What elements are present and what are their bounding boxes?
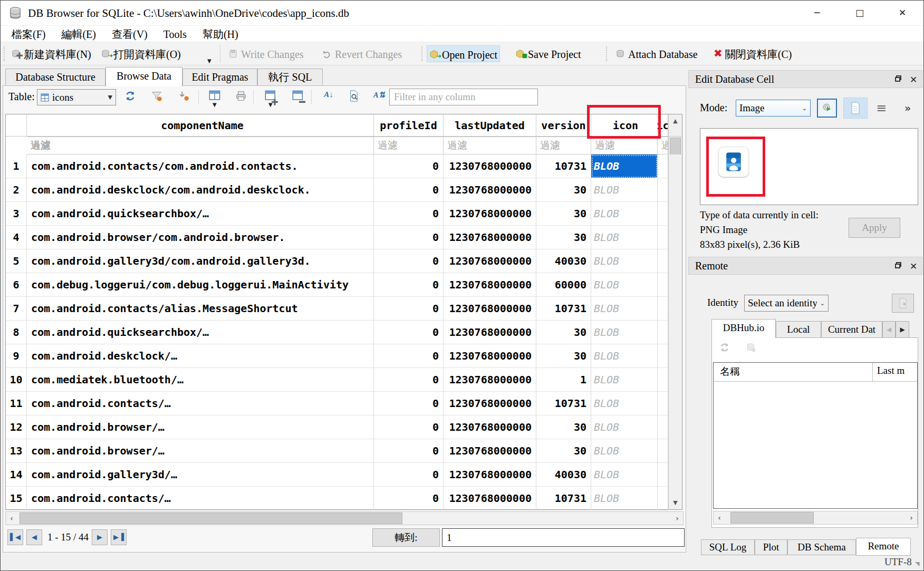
cell-lastupdated[interactable]: 1230768000000 bbox=[444, 463, 536, 487]
cell-icon-blob[interactable]: BLOB bbox=[591, 439, 658, 463]
cell-icon-blob[interactable]: BLOB bbox=[591, 415, 658, 439]
cell-profileid[interactable]: 0 bbox=[374, 392, 444, 415]
float-dock-icon[interactable] bbox=[893, 74, 904, 85]
cell-partial[interactable] bbox=[658, 321, 668, 344]
global-filter-input[interactable] bbox=[389, 89, 538, 105]
cell-icon-blob[interactable]: BLOB bbox=[591, 249, 658, 273]
close-dock-icon[interactable]: ✕ bbox=[908, 74, 919, 85]
scroll-right-icon[interactable]: › bbox=[671, 512, 683, 525]
resize-grip[interactable]: ◥ bbox=[915, 560, 920, 567]
cell-profileid[interactable]: 0 bbox=[374, 178, 444, 202]
cell-icon-blob[interactable]: BLOB bbox=[591, 321, 658, 344]
cell-profileid[interactable]: 0 bbox=[374, 487, 444, 510]
cell-partial[interactable] bbox=[658, 226, 668, 249]
previous-page-button[interactable]: ◀ bbox=[26, 529, 42, 545]
cell-componentname[interactable]: com.android.gallery3d/com.android.galler… bbox=[27, 249, 374, 273]
cell-profileid[interactable]: 0 bbox=[374, 415, 444, 439]
cell-componentname[interactable]: com.android.browser/… bbox=[27, 439, 374, 463]
cell-componentname[interactable]: com.android.contacts/… bbox=[27, 392, 374, 415]
table-row[interactable]: 2 com.android.deskclock/com.android.desk… bbox=[6, 178, 668, 202]
remote-hscrollbar-thumb[interactable] bbox=[730, 512, 814, 524]
cell-icon-blob[interactable]: BLOB bbox=[591, 178, 658, 202]
cell-lastupdated[interactable]: 1230768000000 bbox=[444, 439, 536, 463]
cell-profileid[interactable]: 0 bbox=[374, 439, 444, 463]
cell-version[interactable]: 30 bbox=[536, 226, 591, 249]
cell-profileid[interactable]: 0 bbox=[374, 368, 444, 392]
table-row[interactable]: 1 com.android.contacts/com.android.conta… bbox=[6, 154, 668, 178]
table-row[interactable]: 7 com.android.contacts/alias.MessageShor… bbox=[6, 297, 668, 321]
cell-profileid[interactable]: 0 bbox=[374, 202, 444, 226]
cell-componentname[interactable]: com.android.contacts/alias.MessageShortc… bbox=[27, 297, 374, 321]
column-header-profileid[interactable]: profileId bbox=[374, 114, 444, 137]
cell-icon-blob[interactable]: BLOB bbox=[591, 226, 658, 249]
filter-componentname[interactable]: 過濾 bbox=[27, 137, 374, 154]
cell-icon-blob[interactable]: BLOB bbox=[591, 487, 658, 510]
print-button[interactable] bbox=[234, 90, 248, 104]
dock-tab-remote[interactable]: Remote bbox=[856, 538, 911, 556]
cell-profileid[interactable]: 0 bbox=[374, 463, 444, 487]
next-page-button[interactable]: ▶ bbox=[92, 529, 108, 545]
open-database-button[interactable]: ➜ 打開資料庫(O) bbox=[99, 45, 183, 62]
table-selector[interactable]: icons ▼ bbox=[37, 89, 116, 105]
cell-version[interactable]: 30 bbox=[536, 202, 591, 226]
cell-profileid[interactable]: 0 bbox=[374, 321, 444, 344]
remote-column-name[interactable]: 名稱 bbox=[714, 363, 873, 381]
cell-icon-blob[interactable]: BLOB bbox=[591, 154, 658, 178]
cell-lastupdated[interactable]: 1230768000000 bbox=[444, 249, 536, 273]
cell-profileid[interactable]: 0 bbox=[374, 226, 444, 249]
close-database-button[interactable]: ✖ 關閉資料庫(C) bbox=[711, 45, 794, 62]
cell-partial[interactable] bbox=[658, 297, 668, 321]
cell-componentname[interactable]: com.android.quicksearchbox/… bbox=[27, 321, 374, 344]
filter-lastupdated[interactable]: 過濾 bbox=[444, 137, 536, 154]
dock-tab-sql-log[interactable]: SQL Log bbox=[701, 539, 755, 555]
sort-ascending-icon[interactable]: A↓ bbox=[322, 90, 335, 104]
table-row[interactable]: 11 com.android.contacts/… 0 123076800000… bbox=[6, 392, 668, 415]
cell-lastupdated[interactable]: 1230768000000 bbox=[444, 178, 536, 202]
cell-partial[interactable] bbox=[658, 392, 668, 415]
cell-componentname[interactable]: com.debug.loggerui/com.debug.loggerui.Ma… bbox=[27, 273, 374, 297]
minimize-button[interactable]: ─ bbox=[805, 1, 829, 25]
save-table-button[interactable]: ▼ bbox=[208, 90, 222, 104]
save-table-caret-icon[interactable]: ▼ bbox=[213, 102, 217, 108]
cell-version[interactable]: 10731 bbox=[536, 487, 591, 510]
new-database-button[interactable]: ➕ 新建資料庫(N) bbox=[9, 45, 93, 62]
cell-partial[interactable] bbox=[658, 415, 668, 439]
table-row[interactable]: 4 com.android.browser/com.android.browse… bbox=[6, 226, 668, 249]
sort-descending-icon[interactable]: A⇅ bbox=[372, 90, 386, 104]
table-row[interactable]: 5 com.android.gallery3d/com.android.gall… bbox=[6, 249, 668, 273]
cell-componentname[interactable]: com.android.contacts/… bbox=[27, 487, 374, 510]
menu-file[interactable]: 檔案(F) bbox=[5, 26, 52, 42]
cell-profileid[interactable]: 0 bbox=[374, 297, 444, 321]
cell-lastupdated[interactable]: 1230768000000 bbox=[444, 344, 536, 368]
open-database-caret-icon[interactable]: ▼ bbox=[207, 58, 211, 64]
cell-lastupdated[interactable]: 1230768000000 bbox=[444, 202, 536, 226]
tab-database-structure[interactable]: Database Structure bbox=[5, 69, 105, 86]
table-row[interactable]: 3 com.android.quicksearchbox/… 0 1230768… bbox=[6, 202, 668, 226]
cell-componentname[interactable]: com.android.quicksearchbox/… bbox=[27, 202, 374, 226]
revert-changes-button[interactable]: Revert Changes bbox=[320, 45, 404, 62]
table-row[interactable]: 10 com.mediatek.bluetooth/… 0 1230768000… bbox=[6, 368, 668, 392]
cell-lastupdated[interactable]: 1230768000000 bbox=[444, 487, 536, 510]
maximize-button[interactable]: □ bbox=[848, 1, 871, 25]
last-page-button[interactable]: ▶▐ bbox=[111, 529, 127, 545]
column-header-componentname[interactable]: componentName bbox=[27, 114, 374, 137]
cell-componentname[interactable]: com.android.browser/… bbox=[27, 415, 374, 439]
scroll-up-icon[interactable]: ▲ bbox=[669, 118, 682, 124]
attach-database-button[interactable]: Attach Database bbox=[613, 45, 700, 62]
cell-componentname[interactable]: com.android.gallery3d/… bbox=[27, 463, 374, 487]
cell-version[interactable]: 30 bbox=[536, 415, 591, 439]
cell-icon-blob[interactable]: BLOB bbox=[591, 344, 658, 368]
cell-version[interactable]: 30 bbox=[536, 344, 591, 368]
tab-scroll-right-icon[interactable]: ▶ bbox=[896, 321, 909, 338]
cell-version[interactable]: 40030 bbox=[536, 249, 591, 273]
table-row[interactable]: 9 com.android.deskclock/… 0 123076800000… bbox=[6, 344, 668, 368]
cell-partial[interactable] bbox=[658, 154, 668, 178]
cell-lastupdated[interactable]: 1230768000000 bbox=[444, 154, 536, 178]
find-in-table-icon[interactable] bbox=[347, 90, 361, 104]
table-row[interactable]: 14 com.android.gallery3d/… 0 12307680000… bbox=[6, 463, 668, 487]
import-data-button[interactable] bbox=[817, 99, 837, 118]
insert-record-button[interactable]: ➕ ▼ bbox=[264, 90, 277, 104]
dock-tab-db-schema[interactable]: DB Schema bbox=[787, 539, 856, 555]
tab-scroll-left-icon[interactable]: ◀ bbox=[882, 321, 896, 338]
cell-version[interactable]: 60000 bbox=[536, 273, 591, 297]
